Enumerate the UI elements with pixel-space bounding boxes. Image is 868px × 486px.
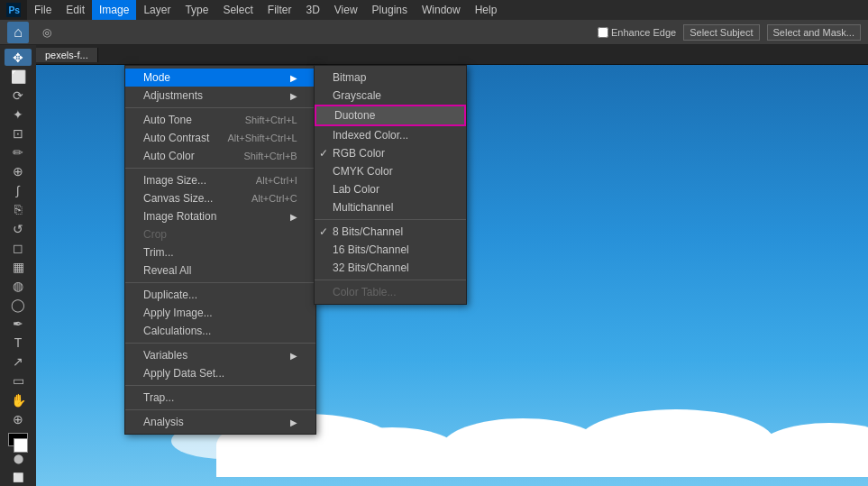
variables-item[interactable]: Variables ▶ bbox=[125, 346, 315, 364]
menu-section-3: Image Size... Alt+Ctrl+I Canvas Size... … bbox=[125, 169, 315, 283]
document-tab[interactable]: pexels-f... bbox=[36, 48, 98, 62]
image-size-item[interactable]: Image Size... Alt+Ctrl+I bbox=[125, 171, 315, 189]
shape-tool[interactable]: ▭ bbox=[5, 372, 32, 390]
adjustments-arrow: ▶ bbox=[290, 91, 297, 101]
crop-label: Crop bbox=[143, 228, 167, 241]
16bit-label: 16 Bits/Channel bbox=[333, 243, 409, 256]
analysis-item[interactable]: Analysis ▶ bbox=[125, 413, 315, 431]
image-dropdown-menu: Mode ▶ Adjustments ▶ Auto Tone Shift+Ctr… bbox=[124, 65, 316, 435]
move-tool[interactable]: ✥ bbox=[5, 49, 32, 66]
auto-tone-shortcut: Shift+Ctrl+L bbox=[245, 115, 297, 125]
menu-section-5: Variables ▶ Apply Data Set... bbox=[125, 344, 315, 386]
background-color[interactable] bbox=[14, 438, 28, 453]
multichannel-item[interactable]: Multichannel bbox=[315, 198, 466, 216]
cmyk-color-item[interactable]: CMYK Color bbox=[315, 162, 466, 180]
grayscale-item[interactable]: Grayscale bbox=[315, 87, 466, 105]
bitmap-item[interactable]: Bitmap bbox=[315, 69, 466, 87]
menu-edit[interactable]: Edit bbox=[59, 0, 92, 20]
canvas-size-shortcut: Alt+Ctrl+C bbox=[251, 193, 297, 204]
enhance-edge-label: Enhance Edge bbox=[611, 27, 676, 38]
foreground-color[interactable] bbox=[8, 433, 28, 446]
pen-tool[interactable]: ✒ bbox=[5, 316, 32, 333]
menu-window[interactable]: Window bbox=[415, 0, 468, 20]
crop-tool[interactable]: ⊡ bbox=[5, 124, 32, 142]
color-table-label: Color Table... bbox=[333, 286, 396, 298]
eraser-tool[interactable]: ◻ bbox=[5, 239, 32, 256]
auto-color-item[interactable]: Auto Color Shift+Ctrl+B bbox=[125, 147, 315, 165]
8bit-item[interactable]: ✓ 8 Bits/Channel bbox=[315, 223, 466, 241]
indexed-color-item[interactable]: Indexed Color... bbox=[315, 126, 466, 144]
image-size-label: Image Size... bbox=[143, 174, 206, 187]
select-subject-button[interactable]: Select Subject bbox=[683, 24, 759, 41]
blur-tool[interactable]: ◍ bbox=[5, 277, 32, 294]
mode-label: Mode bbox=[143, 71, 170, 84]
cloud-puff-2 bbox=[667, 418, 757, 450]
magic-wand-tool[interactable]: ✦ bbox=[5, 105, 32, 123]
menu-type[interactable]: Type bbox=[178, 0, 215, 20]
zoom-tool[interactable]: ⊕ bbox=[5, 410, 32, 427]
cloud-5 bbox=[757, 423, 868, 477]
32bit-item[interactable]: 32 Bits/Channel bbox=[315, 259, 466, 277]
color-table-item: Color Table... bbox=[315, 283, 466, 301]
menu-help[interactable]: Help bbox=[468, 0, 505, 20]
8bit-check: ✓ bbox=[319, 225, 328, 238]
enhance-edge-checkbox[interactable]: Enhance Edge bbox=[598, 27, 676, 38]
rgb-check: ✓ bbox=[319, 147, 328, 160]
text-tool[interactable]: T bbox=[5, 335, 32, 352]
healing-tool[interactable]: ⊕ bbox=[5, 163, 32, 180]
calculations-item[interactable]: Calculations... bbox=[125, 322, 315, 340]
mode-section-3: Color Table... bbox=[315, 280, 466, 304]
select-and-mask-button[interactable]: Select and Mask... bbox=[767, 24, 862, 41]
image-size-shortcut: Alt+Ctrl+I bbox=[256, 175, 297, 186]
rectangle-select-tool[interactable]: ⬜ bbox=[5, 68, 32, 85]
screen-mode-tool[interactable]: ⬜ bbox=[5, 469, 32, 486]
image-rotation-arrow: ▶ bbox=[290, 212, 297, 222]
history-brush-tool[interactable]: ↺ bbox=[5, 220, 32, 237]
auto-contrast-item[interactable]: Auto Contrast Alt+Shift+Ctrl+L bbox=[125, 129, 315, 147]
auto-color-shortcut: Shift+Ctrl+B bbox=[243, 151, 297, 161]
apply-data-set-item[interactable]: Apply Data Set... bbox=[125, 364, 315, 382]
apply-image-item[interactable]: Apply Image... bbox=[125, 304, 315, 322]
16bit-item[interactable]: 16 Bits/Channel bbox=[315, 241, 466, 259]
dodge-tool[interactable]: ◯ bbox=[5, 296, 32, 313]
tab-bar: pexels-f... bbox=[36, 45, 868, 65]
brush-option[interactable]: ◎ bbox=[36, 22, 58, 43]
eyedropper-tool[interactable]: ✏ bbox=[5, 144, 32, 161]
multichannel-label: Multichannel bbox=[333, 201, 393, 214]
menu-layer[interactable]: Layer bbox=[136, 0, 178, 20]
duplicate-item[interactable]: Duplicate... bbox=[125, 286, 315, 304]
reveal-all-item[interactable]: Reveal All bbox=[125, 261, 315, 280]
trap-item[interactable]: Trap... bbox=[125, 389, 315, 407]
enhance-edge-input[interactable] bbox=[598, 27, 608, 38]
menu-select[interactable]: Select bbox=[215, 0, 260, 20]
rgb-color-item[interactable]: ✓ RGB Color bbox=[315, 144, 466, 162]
menu-plugins[interactable]: Plugins bbox=[365, 0, 415, 20]
trim-item[interactable]: Trim... bbox=[125, 243, 315, 261]
lab-color-item[interactable]: Lab Color bbox=[315, 180, 466, 198]
adjustments-menu-item[interactable]: Adjustments ▶ bbox=[125, 87, 315, 105]
menu-filter[interactable]: Filter bbox=[260, 0, 299, 20]
menu-file[interactable]: File bbox=[27, 0, 59, 20]
menu-image[interactable]: Image bbox=[92, 0, 136, 20]
path-selection-tool[interactable]: ↗ bbox=[5, 353, 32, 371]
mode-menu-item[interactable]: Mode ▶ bbox=[125, 69, 315, 87]
brush-tool[interactable]: ∫ bbox=[5, 182, 32, 199]
clone-stamp-tool[interactable]: ⎘ bbox=[5, 201, 32, 218]
menu-section-2: Auto Tone Shift+Ctrl+L Auto Contrast Alt… bbox=[125, 108, 315, 169]
auto-tone-item[interactable]: Auto Tone Shift+Ctrl+L bbox=[125, 111, 315, 129]
lasso-tool[interactable]: ⟳ bbox=[5, 87, 32, 104]
menu-view[interactable]: View bbox=[327, 0, 365, 20]
canvas-size-label: Canvas Size... bbox=[143, 192, 213, 205]
gradient-tool[interactable]: ▦ bbox=[5, 258, 32, 275]
image-rotation-item[interactable]: Image Rotation ▶ bbox=[125, 207, 315, 225]
apply-data-set-label: Apply Data Set... bbox=[143, 367, 224, 380]
menu-section-6: Trap... bbox=[125, 386, 315, 410]
auto-color-label: Auto Color bbox=[143, 150, 195, 162]
duotone-item[interactable]: Duotone bbox=[315, 105, 466, 126]
menu-3d[interactable]: 3D bbox=[298, 0, 326, 20]
home-tool[interactable]: ⌂ bbox=[7, 22, 29, 43]
variables-label: Variables bbox=[143, 349, 187, 362]
hand-tool[interactable]: ✋ bbox=[5, 391, 32, 408]
image-rotation-label: Image Rotation bbox=[143, 210, 216, 223]
canvas-size-item[interactable]: Canvas Size... Alt+Ctrl+C bbox=[125, 189, 315, 207]
